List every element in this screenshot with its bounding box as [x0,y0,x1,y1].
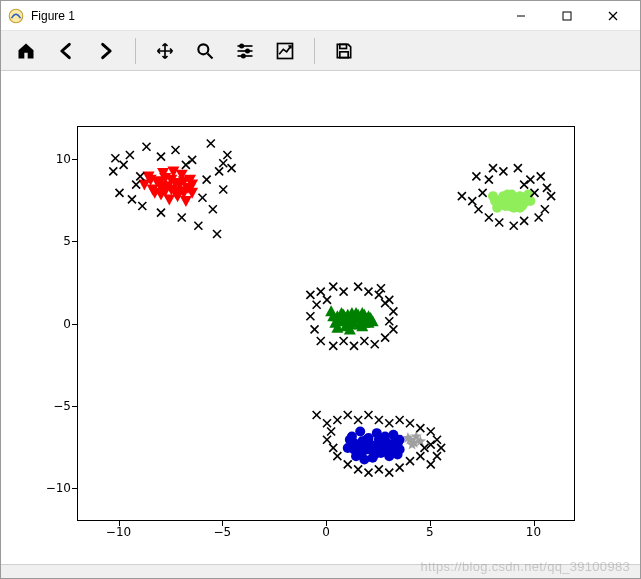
forward-button[interactable] [87,34,125,68]
outliers-point [126,151,134,159]
outliers-point [406,419,414,427]
back-button[interactable] [47,34,85,68]
save-button[interactable] [325,34,363,68]
outliers-point [472,172,480,180]
outliers-point [479,189,487,197]
outliers-point [132,181,140,189]
outliers-point [526,176,534,184]
outliers-point [381,334,389,342]
outliers-point [329,444,337,452]
y-tick-label: −10 [31,481,71,495]
outliers-point [514,164,522,172]
x-tick-label: −5 [213,525,231,539]
maximize-button[interactable] [544,1,590,31]
outliers-point [344,460,352,468]
outliers-point [543,184,551,192]
watermark-text: https://blog.csdn.net/qq_39100983 [421,559,630,574]
outliers-point [329,342,337,350]
outliers-point [157,153,165,161]
cluster-lightgreen-point [505,201,515,211]
outliers-point [535,214,543,222]
outliers-point [427,427,435,435]
y-tick-label: 10 [31,152,71,166]
svg-point-12 [242,54,245,57]
outliers-point [138,202,146,210]
outliers-point [396,464,404,472]
x-tick-label: 0 [322,525,330,539]
outliers-point [489,164,497,172]
svg-rect-15 [340,51,348,57]
outliers-point [520,181,528,189]
outliers-point [199,194,207,202]
outliers-point [416,424,424,432]
cluster-red-point [180,196,192,207]
subplots-button[interactable] [226,34,264,68]
home-button[interactable] [7,34,45,68]
outliers-point [377,284,385,292]
outliers-point [354,465,362,473]
outliers-point [333,452,341,460]
toolbar [1,31,640,71]
outliers-point [142,143,150,151]
scatter-plot [78,127,576,522]
outliers-point [323,296,331,304]
plot-canvas[interactable]: −10−50510−10−50510 [1,71,640,564]
outliers-point [389,325,397,333]
cluster-lightgreen-point [525,196,535,206]
outliers-point [385,469,393,477]
zoom-button[interactable] [186,34,224,68]
cluster-blue-point [364,440,374,450]
outliers-point [317,337,325,345]
outliers-point [427,460,435,468]
x-tick-label: 10 [526,525,541,539]
cluster-lightgreen-point [494,199,504,209]
outliers-point [317,288,325,296]
svg-point-5 [198,44,208,54]
minimize-button[interactable] [498,1,544,31]
outliers-point [323,436,331,444]
outliers-point [499,167,507,175]
outliers-point [354,283,362,291]
outliers-point [136,172,144,180]
outliers-point [485,214,493,222]
outliers-point [219,186,227,194]
pan-button[interactable] [146,34,184,68]
outliers-point [416,452,424,460]
outliers-point [120,161,128,169]
outliers-point [365,469,373,477]
x-tick-label: −10 [106,525,131,539]
outliers-point [474,205,482,213]
outliers-point [520,217,528,225]
close-button[interactable] [590,1,636,31]
outliers-point [375,465,383,473]
x-tick-label: 5 [426,525,434,539]
outliers-point [157,209,165,217]
svg-rect-14 [340,44,347,48]
outliers-point [329,283,337,291]
cluster-lightgreen-point [515,203,525,213]
outliers-point [178,214,186,222]
y-tick-label: 5 [31,234,71,248]
outliers-point [223,151,231,159]
outliers-point [541,205,549,213]
outliers-point [485,176,493,184]
outliers-point [313,411,321,419]
outliers-point [375,291,383,299]
axes-button[interactable] [266,34,304,68]
outliers-point [172,146,180,154]
axes-frame [77,126,575,521]
outliers-point [215,167,223,175]
outliers-point [458,192,466,200]
outliers-point [128,195,136,203]
outliers-point [468,197,476,205]
outliers-point [109,167,117,175]
outliers-point [188,156,196,164]
outliers-point [510,222,518,230]
outliers-point [203,176,211,184]
outliers-point [306,312,314,320]
svg-point-10 [240,44,243,47]
titlebar: Figure 1 [1,1,640,31]
outliers-point [344,411,352,419]
outliers-point [385,317,393,325]
cluster-blue-point [355,426,365,436]
